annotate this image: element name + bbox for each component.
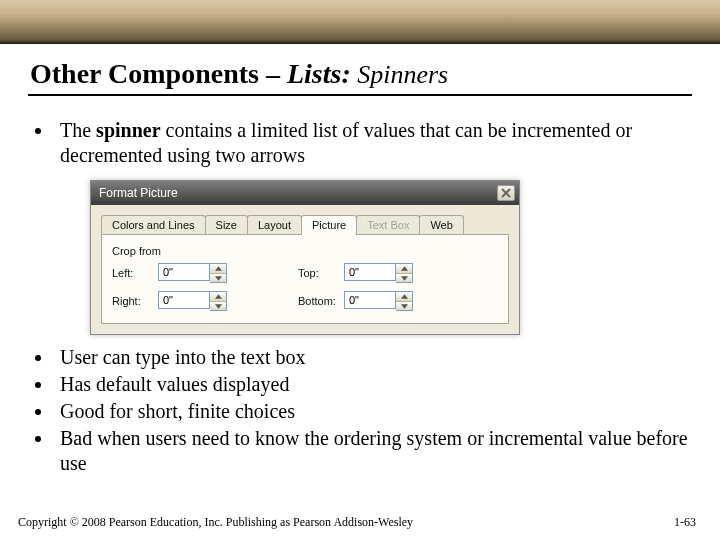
tab-layout[interactable]: Layout [247, 215, 302, 234]
bottom-spinner-buttons [396, 291, 413, 311]
tab-colors-and-lines[interactable]: Colors and Lines [101, 215, 206, 234]
right-spinner-buttons [210, 291, 227, 311]
chevron-up-icon [215, 266, 222, 271]
bullet-list-1: The spinner contains a limited list of v… [54, 118, 690, 168]
bullet-list-2: User can type into the text box Has defa… [54, 345, 690, 476]
top-spinner-buttons [396, 263, 413, 283]
crop-from-label: Crop from [112, 245, 498, 257]
top-spinner [344, 263, 424, 283]
close-icon [501, 188, 511, 198]
tab-web[interactable]: Web [419, 215, 463, 234]
chevron-down-icon [401, 304, 408, 309]
right-spin-down[interactable] [210, 301, 226, 310]
bottom-spinner [344, 291, 424, 311]
top-label: Top: [298, 267, 344, 279]
top-input[interactable] [344, 263, 396, 281]
dialog-tabs: Colors and Lines Size Layout Picture Tex… [101, 213, 509, 235]
bullet-spinner-definition: The spinner contains a limited list of v… [54, 118, 690, 168]
bottom-label: Bottom: [298, 295, 344, 307]
crop-grid: Left: Top: [112, 263, 498, 311]
dialog-screenshot: Format Picture Colors and Lines Size Lay… [90, 180, 720, 335]
decorative-top-bar [0, 0, 720, 44]
title-rule [28, 94, 692, 96]
left-spin-up[interactable] [210, 264, 226, 273]
page-number: 1-63 [674, 515, 696, 530]
dialog-titlebar: Format Picture [91, 181, 519, 205]
tab-text-box: Text Box [356, 215, 420, 234]
right-spin-up[interactable] [210, 292, 226, 301]
bottom-spin-down[interactable] [396, 301, 412, 310]
chevron-up-icon [215, 294, 222, 299]
slide-footer: Copyright © 2008 Pearson Education, Inc.… [0, 515, 720, 530]
chevron-down-icon [215, 304, 222, 309]
top-spin-down[interactable] [396, 273, 412, 282]
bullet-text: The [60, 119, 96, 141]
chevron-up-icon [401, 294, 408, 299]
left-label: Left: [112, 267, 158, 279]
bullet-item: Bad when users need to know the ordering… [54, 426, 690, 476]
copyright-text: Copyright © 2008 Pearson Education, Inc.… [18, 515, 413, 530]
tab-size[interactable]: Size [205, 215, 248, 234]
format-picture-dialog: Format Picture Colors and Lines Size Lay… [90, 180, 520, 335]
bullet-item: User can type into the text box [54, 345, 690, 370]
left-input[interactable] [158, 263, 210, 281]
chevron-down-icon [401, 276, 408, 281]
title-text-1: Other Components – [30, 58, 287, 89]
top-spin-up[interactable] [396, 264, 412, 273]
title-text-spinners: Spinners [351, 60, 449, 89]
dialog-title: Format Picture [99, 186, 178, 200]
dialog-body: Colors and Lines Size Layout Picture Tex… [91, 205, 519, 334]
tab-picture[interactable]: Picture [301, 215, 357, 235]
close-button[interactable] [497, 185, 515, 201]
bullet-item: Has default values displayed [54, 372, 690, 397]
left-spinner-buttons [210, 263, 227, 283]
bottom-input[interactable] [344, 291, 396, 309]
right-input[interactable] [158, 291, 210, 309]
bullet-item: Good for short, finite choices [54, 399, 690, 424]
right-label: Right: [112, 295, 158, 307]
bullet-bold: spinner [96, 119, 160, 141]
bottom-spin-up[interactable] [396, 292, 412, 301]
right-spinner [158, 291, 238, 311]
chevron-down-icon [215, 276, 222, 281]
left-spin-down[interactable] [210, 273, 226, 282]
chevron-up-icon [401, 266, 408, 271]
slide-title: Other Components – Lists: Spinners [0, 58, 720, 92]
slide-content: Other Components – Lists: Spinners The s… [0, 44, 720, 476]
title-text-lists: Lists: [287, 58, 351, 89]
tab-panel-picture: Crop from Left: Top: [101, 235, 509, 324]
left-spinner [158, 263, 238, 283]
